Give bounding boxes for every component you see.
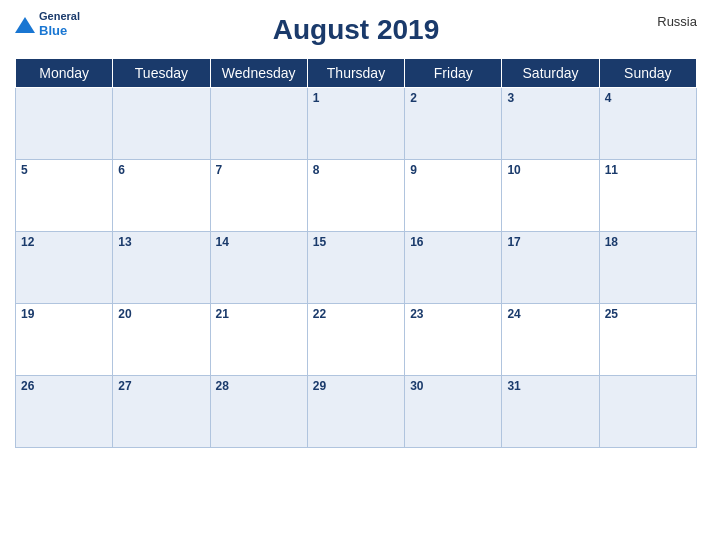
country-label: Russia <box>657 14 697 29</box>
day-number: 6 <box>118 163 125 177</box>
calendar-cell: 10 <box>502 160 599 232</box>
day-number: 23 <box>410 307 423 321</box>
day-number: 26 <box>21 379 34 393</box>
brand-blue-text: Blue <box>39 23 80 39</box>
weekday-wednesday: Wednesday <box>210 59 307 88</box>
calendar-cell: 24 <box>502 304 599 376</box>
brand-triangle-icon <box>15 17 35 33</box>
day-number: 24 <box>507 307 520 321</box>
calendar-cell: 3 <box>502 88 599 160</box>
calendar-cell: 13 <box>113 232 210 304</box>
day-number: 8 <box>313 163 320 177</box>
day-number: 25 <box>605 307 618 321</box>
calendar-cell: 19 <box>16 304 113 376</box>
calendar-header-row: Monday Tuesday Wednesday Thursday Friday… <box>16 59 697 88</box>
brand-logo: General Blue <box>15 10 80 39</box>
day-number: 29 <box>313 379 326 393</box>
day-number: 28 <box>216 379 229 393</box>
day-number: 7 <box>216 163 223 177</box>
calendar-cell: 2 <box>405 88 502 160</box>
day-number: 3 <box>507 91 514 105</box>
day-number: 15 <box>313 235 326 249</box>
weekday-thursday: Thursday <box>307 59 404 88</box>
brand-general-text: General <box>39 10 80 23</box>
day-number: 11 <box>605 163 618 177</box>
day-number: 18 <box>605 235 618 249</box>
calendar-grid: Monday Tuesday Wednesday Thursday Friday… <box>15 58 697 448</box>
day-number: 9 <box>410 163 417 177</box>
weekday-saturday: Saturday <box>502 59 599 88</box>
calendar-cell: 8 <box>307 160 404 232</box>
day-number: 13 <box>118 235 131 249</box>
calendar-cell: 6 <box>113 160 210 232</box>
calendar-cell: 4 <box>599 88 696 160</box>
weekday-sunday: Sunday <box>599 59 696 88</box>
day-number: 10 <box>507 163 520 177</box>
calendar-cell: 31 <box>502 376 599 448</box>
calendar-cell: 1 <box>307 88 404 160</box>
calendar-cell: 25 <box>599 304 696 376</box>
calendar-cell: 9 <box>405 160 502 232</box>
day-number: 14 <box>216 235 229 249</box>
calendar-cell: 11 <box>599 160 696 232</box>
calendar-cell: 23 <box>405 304 502 376</box>
calendar-cell: 7 <box>210 160 307 232</box>
calendar-cell: 28 <box>210 376 307 448</box>
calendar-cell: 30 <box>405 376 502 448</box>
day-number: 16 <box>410 235 423 249</box>
calendar-container: General Blue August 2019 Russia Monday T… <box>0 0 712 550</box>
day-number: 2 <box>410 91 417 105</box>
day-number: 27 <box>118 379 131 393</box>
day-number: 20 <box>118 307 131 321</box>
calendar-cell: 5 <box>16 160 113 232</box>
day-number: 21 <box>216 307 229 321</box>
calendar-cell <box>113 88 210 160</box>
day-number: 17 <box>507 235 520 249</box>
weekday-tuesday: Tuesday <box>113 59 210 88</box>
calendar-cell: 27 <box>113 376 210 448</box>
day-number: 12 <box>21 235 34 249</box>
calendar-cell: 29 <box>307 376 404 448</box>
calendar-cell: 20 <box>113 304 210 376</box>
calendar-title: August 2019 <box>273 14 440 46</box>
day-number: 31 <box>507 379 520 393</box>
day-number: 1 <box>313 91 320 105</box>
day-number: 5 <box>21 163 28 177</box>
calendar-cell: 17 <box>502 232 599 304</box>
calendar-cell: 21 <box>210 304 307 376</box>
day-number: 4 <box>605 91 612 105</box>
calendar-cell: 16 <box>405 232 502 304</box>
weekday-friday: Friday <box>405 59 502 88</box>
calendar-cell: 15 <box>307 232 404 304</box>
calendar-cell <box>210 88 307 160</box>
calendar-cell: 22 <box>307 304 404 376</box>
day-number: 22 <box>313 307 326 321</box>
day-number: 19 <box>21 307 34 321</box>
weekday-monday: Monday <box>16 59 113 88</box>
calendar-cell <box>16 88 113 160</box>
calendar-cell: 18 <box>599 232 696 304</box>
calendar-cell: 14 <box>210 232 307 304</box>
calendar-header: General Blue August 2019 Russia <box>15 10 697 50</box>
calendar-cell: 26 <box>16 376 113 448</box>
day-number: 30 <box>410 379 423 393</box>
calendar-cell: 12 <box>16 232 113 304</box>
brand-text: General Blue <box>39 10 80 39</box>
calendar-cell <box>599 376 696 448</box>
calendar-body: 1234567891011121314151617181920212223242… <box>16 88 697 448</box>
